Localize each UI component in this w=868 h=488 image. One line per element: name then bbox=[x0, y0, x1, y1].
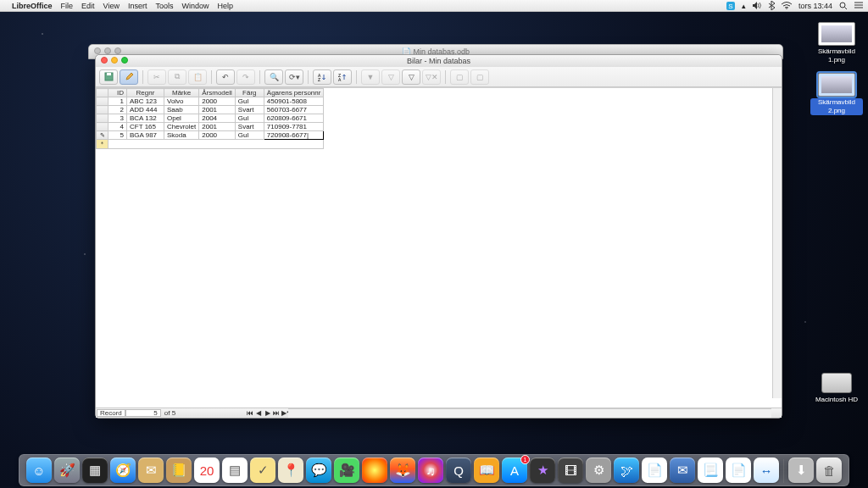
select-all-corner[interactable] bbox=[97, 89, 108, 97]
standard-filter-button[interactable]: ▽ bbox=[402, 69, 420, 85]
close-icon[interactable] bbox=[94, 47, 101, 54]
cut-button[interactable]: ✂ bbox=[147, 69, 166, 85]
dock-firefox[interactable]: 🦊 bbox=[390, 458, 415, 483]
dummy-button[interactable]: ▢ bbox=[450, 69, 469, 85]
table-row[interactable]: 1ABC 123Volvo2000Gul450901-5808 bbox=[97, 97, 324, 106]
cell-marke[interactable]: Saab bbox=[164, 106, 199, 114]
dock-preview[interactable]: 🎞 bbox=[558, 458, 583, 483]
dock-app-store[interactable]: A1 bbox=[502, 458, 527, 483]
apply-filter-button[interactable]: ▽ bbox=[381, 69, 400, 85]
edit-mode-button[interactable] bbox=[120, 69, 138, 85]
dock-messages[interactable]: 💬 bbox=[306, 458, 331, 483]
cell-farg[interactable]: Gul bbox=[235, 97, 264, 106]
cell-arsmodell[interactable]: 2004 bbox=[199, 114, 236, 123]
menu-file[interactable]: File bbox=[61, 2, 74, 10]
title-bar[interactable]: Bilar - Min databas bbox=[96, 55, 782, 67]
bluetooth-menu-icon[interactable] bbox=[769, 1, 775, 10]
desktop-file-screenshot-2[interactable]: Skärmavbild 2.png bbox=[810, 73, 863, 115]
cell-arsmodell[interactable]: 2001 bbox=[199, 123, 236, 131]
table-row[interactable]: 3BCA 132Opel2004Gul620809-6671 bbox=[97, 114, 324, 123]
autofilter-button[interactable]: ▼ bbox=[361, 69, 380, 85]
minimize-icon[interactable] bbox=[104, 47, 111, 54]
dock-trash[interactable]: 🗑 bbox=[816, 458, 842, 483]
dock-contacts[interactable]: 📒 bbox=[166, 458, 192, 483]
undo-button[interactable]: ↶ bbox=[216, 69, 235, 85]
sort-desc-button[interactable]: ZA bbox=[333, 69, 352, 85]
menu-view[interactable]: View bbox=[103, 2, 120, 10]
copy-button[interactable]: ⧉ bbox=[168, 69, 186, 85]
menu-help[interactable]: Help bbox=[217, 2, 233, 10]
paste-button[interactable]: 📋 bbox=[188, 69, 207, 85]
cell-farg[interactable]: Svart bbox=[235, 123, 264, 131]
row-selector[interactable] bbox=[97, 97, 108, 106]
cell-farg[interactable]: Gul bbox=[235, 131, 264, 140]
menu-tools[interactable]: Tools bbox=[155, 2, 173, 10]
column-header-marke[interactable]: Märke bbox=[164, 89, 199, 97]
dock-notes[interactable]: ▤ bbox=[222, 458, 248, 483]
cell-regnr[interactable]: ADD 444 bbox=[127, 106, 164, 114]
cell-personnr[interactable]: 450901-5808 bbox=[264, 97, 324, 106]
refresh-button[interactable]: ⟳▾ bbox=[285, 69, 303, 85]
dock-mission-control[interactable]: ▦ bbox=[82, 458, 108, 483]
next-record-button[interactable]: ▶ bbox=[264, 409, 271, 417]
dock-ibooks[interactable]: 📖 bbox=[474, 458, 499, 483]
dummy-button[interactable]: ▢ bbox=[470, 69, 489, 85]
redo-button[interactable]: ↷ bbox=[236, 69, 255, 85]
column-header-regnr[interactable]: Regnr bbox=[127, 89, 164, 97]
horizontal-scrollbar[interactable] bbox=[288, 408, 771, 418]
row-selector[interactable] bbox=[97, 106, 108, 114]
skype-menu-icon[interactable]: S bbox=[726, 2, 735, 10]
wifi-menu-icon[interactable] bbox=[782, 2, 792, 9]
maximize-button[interactable] bbox=[121, 57, 128, 64]
dock-thunderbird[interactable]: ✉ bbox=[670, 458, 695, 483]
desktop-macintosh-hd[interactable]: Macintosh HD bbox=[810, 373, 863, 403]
dock-downloads[interactable]: ⬇ bbox=[788, 458, 814, 483]
cell-regnr[interactable]: CFT 165 bbox=[127, 123, 164, 131]
dock-textedit[interactable]: 📄 bbox=[642, 458, 667, 483]
remove-filter-button[interactable]: ▽✕ bbox=[422, 69, 441, 85]
notification-center-icon[interactable] bbox=[854, 2, 863, 9]
cell-regnr[interactable]: ABC 123 bbox=[127, 97, 164, 106]
airplay-menu-icon[interactable]: ▴ bbox=[742, 2, 746, 10]
find-record-button[interactable]: 🔍 bbox=[264, 69, 283, 85]
menu-window[interactable]: Window bbox=[181, 2, 209, 10]
dock-calendar[interactable]: 20 bbox=[194, 458, 220, 483]
dock-teamviewer[interactable]: ↔ bbox=[754, 458, 779, 483]
dock-quicktime[interactable]: Q bbox=[446, 458, 471, 483]
cell-id[interactable]: 5 bbox=[108, 131, 127, 140]
minimize-button[interactable] bbox=[111, 57, 118, 64]
cell-arsmodell[interactable]: 2000 bbox=[199, 131, 236, 140]
cell-farg[interactable]: Gul bbox=[235, 114, 264, 123]
cell-arsmodell[interactable]: 2000 bbox=[199, 97, 236, 106]
dock-maps[interactable]: 📍 bbox=[278, 458, 303, 483]
row-selector[interactable]: ＊ bbox=[97, 140, 108, 149]
cell-personnr[interactable]: 710909-7781 bbox=[264, 123, 324, 131]
dock-itunes[interactable]: ♫ bbox=[418, 458, 443, 483]
column-header-arsmodell[interactable]: Årsmodell bbox=[199, 89, 236, 97]
cell-marke[interactable]: Opel bbox=[164, 114, 199, 123]
record-number-input[interactable]: 5 bbox=[125, 409, 161, 417]
data-table[interactable]: ID Regnr Märke Årsmodell Färg Ägarens pe… bbox=[96, 88, 324, 149]
new-record-button[interactable]: ▶* bbox=[281, 409, 288, 417]
dock-pages[interactable]: 📃 bbox=[698, 458, 723, 483]
dock-mail[interactable]: ✉ bbox=[138, 458, 164, 483]
dock-finder[interactable]: ☺ bbox=[26, 458, 52, 483]
cell-id[interactable]: 1 bbox=[108, 97, 127, 106]
column-header-personnr[interactable]: Ägarens personnr bbox=[264, 89, 324, 97]
row-selector[interactable] bbox=[97, 123, 108, 131]
first-record-button[interactable]: ⏮ bbox=[247, 409, 253, 417]
dock-photo-booth[interactable] bbox=[362, 458, 387, 483]
cell-farg[interactable]: Svart bbox=[235, 106, 264, 114]
desktop-file-screenshot-1[interactable]: Skärmavbild 1.png bbox=[810, 22, 863, 64]
dock-libreoffice[interactable]: 📄 bbox=[726, 458, 751, 483]
dock-openoffice[interactable]: 🕊 bbox=[614, 458, 639, 483]
row-selector[interactable]: ✎ bbox=[97, 131, 108, 140]
dock-launchpad[interactable]: 🚀 bbox=[54, 458, 80, 483]
app-name[interactable]: LibreOffice bbox=[12, 2, 53, 10]
cell-arsmodell[interactable]: 2001 bbox=[199, 106, 236, 114]
clock[interactable]: tors 13:44 bbox=[798, 2, 832, 10]
table-row[interactable]: ✎5BGA 987Skoda2000Gul720908-6677| bbox=[97, 131, 324, 140]
maximize-icon[interactable] bbox=[114, 47, 121, 54]
close-button[interactable] bbox=[101, 57, 108, 64]
cell-marke[interactable]: Chevrolet bbox=[164, 123, 199, 131]
